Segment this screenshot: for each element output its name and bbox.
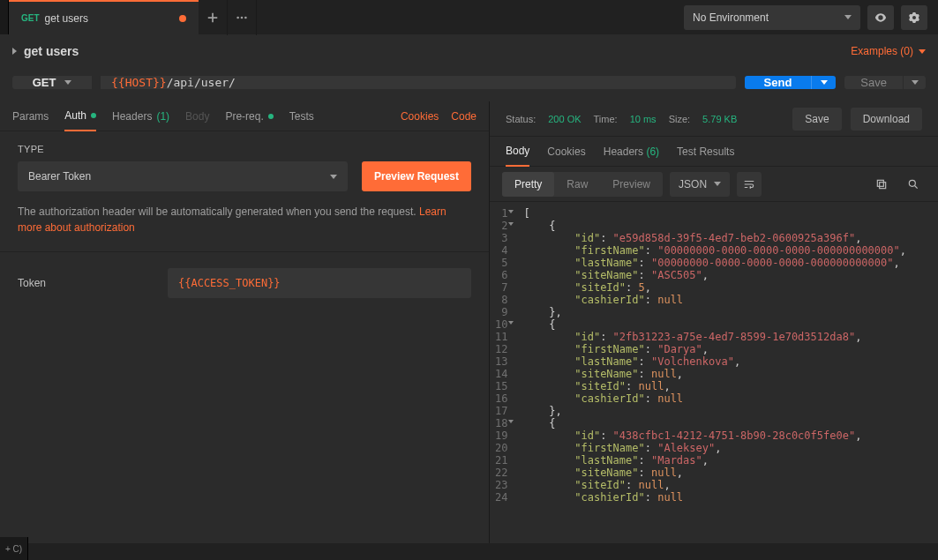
auth-type-value: Bearer Token — [28, 170, 91, 183]
request-url-row: GET {{HOST}}/api/user/ Send Save — [0, 67, 938, 101]
chevron-down-icon — [64, 80, 71, 85]
save-options-button[interactable] — [903, 76, 926, 89]
examples-dropdown[interactable]: Examples (0) — [851, 45, 926, 57]
tab-prereq-label: Pre-req. — [225, 110, 263, 123]
chevron-down-icon — [821, 80, 828, 85]
view-pretty[interactable]: Pretty — [502, 172, 554, 197]
request-pane: Params Auth Headers (1) Body Pre-req. Te… — [0, 101, 490, 543]
view-mode-segments: Pretty Raw Preview — [502, 172, 663, 197]
auth-type-label: TYPE — [18, 144, 471, 154]
tab-body[interactable]: Body — [185, 110, 209, 123]
headers-count: (1) — [156, 110, 169, 123]
search-button[interactable] — [901, 172, 926, 197]
method-selector[interactable]: GET — [12, 76, 92, 89]
status-code: 200 OK — [548, 114, 581, 124]
url-variable: {{HOST}} — [111, 76, 167, 89]
tab-method: GET — [21, 13, 40, 23]
response-tab-headers-label: Headers — [604, 146, 643, 158]
chevron-down-icon — [330, 175, 337, 179]
chevron-down-icon — [912, 80, 919, 85]
cookies-link[interactable]: Cookies — [401, 110, 439, 123]
chevron-down-icon — [844, 15, 852, 19]
tab-auth[interactable]: Auth — [64, 101, 96, 131]
tab-params[interactable]: Params — [12, 110, 49, 123]
auth-help-body: The authorization header will be automat… — [18, 205, 419, 218]
download-response-button[interactable]: Download — [851, 108, 922, 131]
chevron-down-icon — [919, 49, 926, 54]
preview-request-button[interactable]: Preview Request — [362, 161, 471, 191]
svg-point-0 — [236, 16, 239, 19]
active-dot-icon — [91, 113, 96, 118]
svg-point-1 — [241, 16, 244, 19]
tab-auth-label: Auth — [64, 101, 86, 131]
environment-quicklook-button[interactable] — [867, 5, 894, 30]
response-headers-count: (6) — [646, 146, 659, 158]
format-value: JSON — [679, 178, 707, 190]
unsaved-indicator-icon — [179, 15, 186, 22]
tab-menu-button[interactable] — [228, 0, 257, 35]
response-tab-body[interactable]: Body — [506, 137, 529, 167]
preview-request-label: Preview Request — [374, 170, 459, 183]
save-response-button[interactable]: Save — [792, 108, 841, 131]
bottom-left-handle[interactable]: + C) — [0, 537, 28, 560]
url-input[interactable]: {{HOST}}/api/user/ — [101, 76, 736, 89]
response-tab-cookies[interactable]: Cookies — [547, 146, 585, 158]
request-name: get users — [24, 44, 79, 58]
method-value: GET — [33, 76, 56, 89]
token-value: {{ACCESS_TOKEN}} — [178, 277, 281, 289]
token-label: Token — [18, 277, 168, 289]
send-options-button[interactable] — [811, 76, 836, 89]
format-selector[interactable]: JSON — [670, 172, 730, 197]
status-prefix: Status: — [506, 114, 536, 124]
response-status-row: Status: 200 OK Time: 10 ms Size: 5.79 KB… — [490, 101, 938, 137]
auth-panel: TYPE Bearer Token Preview Request The au… — [0, 131, 489, 310]
save-label: Save — [860, 76, 887, 89]
active-dot-icon — [268, 114, 274, 119]
response-body-editor[interactable]: 123456789101112131415161718192021222324 … — [490, 202, 938, 543]
request-tabs: Params Auth Headers (1) Body Pre-req. Te… — [0, 101, 489, 131]
auth-help-text: The authorization header will be automat… — [18, 204, 471, 235]
tab-actions — [199, 0, 257, 34]
tab-headers-label: Headers — [112, 110, 152, 123]
tab-prereq[interactable]: Pre-req. — [225, 110, 273, 123]
copy-button[interactable] — [869, 172, 894, 197]
new-tab-button[interactable] — [199, 0, 228, 35]
wrap-toggle-button[interactable] — [737, 172, 762, 197]
response-time: 10 ms — [630, 114, 657, 124]
response-pane: Status: 200 OK Time: 10 ms Size: 5.79 KB… — [490, 101, 938, 543]
code-link[interactable]: Code — [451, 110, 477, 123]
response-tab-headers[interactable]: Headers (6) — [604, 146, 659, 158]
environment-name: No Environment — [693, 11, 769, 24]
tab-title: get users — [45, 12, 174, 25]
top-tab-bar: GET get users No Environment — [0, 0, 938, 35]
download-label: Download — [863, 113, 910, 125]
view-raw[interactable]: Raw — [554, 172, 600, 197]
examples-label: Examples (0) — [851, 45, 913, 57]
view-preview[interactable]: Preview — [600, 172, 663, 197]
tab-tests[interactable]: Tests — [289, 110, 314, 123]
svg-rect-4 — [877, 180, 883, 186]
chevron-down-icon — [714, 182, 721, 186]
bottom-left-label: + C) — [5, 544, 22, 554]
send-button[interactable]: Send — [745, 76, 812, 89]
save-response-label: Save — [805, 113, 829, 125]
size-prefix: Size: — [669, 114, 690, 124]
code-content: [ { "id": "e59d858d-39f5-4ed7-beb2-06009… — [514, 202, 915, 543]
response-size: 5.79 KB — [702, 114, 737, 124]
request-title-row: get users Examples (0) — [0, 35, 938, 67]
tab-headers[interactable]: Headers (1) — [112, 110, 169, 123]
url-path: /api/user/ — [167, 76, 236, 89]
auth-type-selector[interactable]: Bearer Token — [18, 161, 348, 191]
settings-button[interactable] — [901, 5, 927, 30]
token-input[interactable]: {{ACCESS_TOKEN}} — [168, 268, 471, 298]
top-right-controls: No Environment — [684, 0, 938, 34]
window-left-edge — [0, 0, 9, 34]
response-tab-tests[interactable]: Test Results — [677, 146, 734, 158]
expand-icon[interactable] — [12, 48, 17, 55]
divider — [0, 251, 489, 252]
request-tab[interactable]: GET get users — [9, 0, 199, 34]
send-label: Send — [764, 76, 792, 89]
environment-selector[interactable]: No Environment — [684, 5, 860, 30]
save-button[interactable]: Save — [844, 76, 903, 89]
svg-point-2 — [244, 16, 247, 19]
